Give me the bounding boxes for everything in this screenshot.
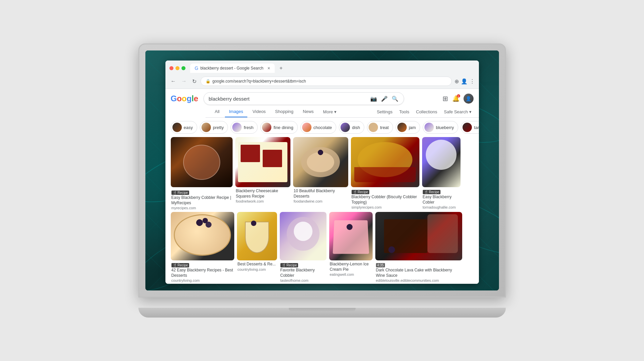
img-title-5: Easy Blackberry Cobler <box>423 195 460 205</box>
tab-images[interactable]: Images <box>225 106 247 117</box>
forward-icon[interactable]: → <box>180 77 188 86</box>
lock-icon: 🔒 <box>206 79 211 84</box>
chip-label-chocolate: chocolate <box>313 125 332 130</box>
img-title-r2-3: Favorite Blackberry Cobbler <box>280 268 326 278</box>
chip-chocolate[interactable]: chocolate <box>300 121 337 134</box>
chip-label-pretty: pretty <box>213 125 224 130</box>
nav-tabs-bar: All Images Videos Shopping News More ▾ S… <box>206 105 479 118</box>
extensions-icon[interactable]: ⊕ <box>455 78 459 85</box>
chip-finedining[interactable]: fine dining <box>260 121 297 134</box>
recipe-badge-1: 🍴 Recipe <box>171 189 232 195</box>
tab-news[interactable]: News <box>299 106 318 117</box>
img-title-4: Blackberry Cobbler (Biscuity Cobbler Top… <box>352 195 419 205</box>
mic-icon[interactable]: 🎤 <box>380 95 388 103</box>
img-title-r2-2: Best Desserts & Re... <box>238 262 276 267</box>
img-title-r2-4: Blackberry-Lemon Ice Cream Pie <box>330 262 372 272</box>
settings-btn[interactable]: Settings <box>375 107 394 117</box>
safe-search-btn[interactable]: Safe Search ▾ <box>442 107 473 117</box>
address-text: google.com/search?q=blackberry+dessert&t… <box>213 79 306 84</box>
grid-item-3[interactable]: 10 Beautiful Blackberry Desserts foodand… <box>293 137 348 210</box>
laptop-base <box>138 308 506 318</box>
close-dot[interactable] <box>169 66 173 70</box>
user-avatar[interactable]: 👤 <box>464 94 474 104</box>
chip-pretty[interactable]: pretty <box>200 121 228 134</box>
tab-title: blackberry dessert - Google Search <box>200 66 263 71</box>
apps-icon[interactable]: ⊞ <box>442 95 448 103</box>
browser-chrome: G blackberry dessert - Google Search × +… <box>165 61 479 89</box>
grid-item-r2-1[interactable]: 🍴 Recipe 42 Easy Blackberry Recipes - Be… <box>171 212 234 282</box>
img-source-r2-3: tasteofhome.com <box>280 278 326 282</box>
img-source-1: myrecipes.com <box>171 206 232 210</box>
laptop-body: G blackberry dessert - Google Search × +… <box>138 43 506 297</box>
chip-treat[interactable]: treat <box>367 121 393 134</box>
chip-label-finedining: fine dining <box>273 125 293 130</box>
grid-item-r2-5[interactable]: 4:35 Dark Chocolate Lava Cake with Black… <box>375 212 462 282</box>
img-title-3: 10 Beautiful Blackberry Desserts <box>294 189 348 199</box>
browser-window: G blackberry dessert - Google Search × +… <box>165 61 479 284</box>
tools-btn[interactable]: Tools <box>397 107 411 117</box>
chip-label-treat: treat <box>380 125 389 130</box>
image-grid-row3 <box>165 282 479 284</box>
maximize-dot[interactable] <box>181 66 185 70</box>
chip-dish[interactable]: dish <box>339 121 364 134</box>
img-source-r2-5: ediblelouisville.ediblecommunities.com <box>376 278 462 282</box>
notification-bell[interactable]: 🔔 1 <box>452 95 460 102</box>
notification-count: 1 <box>457 94 460 98</box>
screen-bezel: G blackberry dessert - Google Search × +… <box>145 50 499 290</box>
camera-icon[interactable]: 📷 <box>370 95 378 103</box>
chip-label-tart: tart <box>474 125 479 130</box>
chip-blueberry[interactable]: blueberry <box>423 121 458 134</box>
grid-item-4[interactable]: 🍴 Recipe Blackberry Cobbler (Biscuity Co… <box>351 137 419 210</box>
grid-item-5[interactable]: 🍴 Recipe Easy Blackberry Cobler tornadou… <box>422 137 461 210</box>
img-source-r2-2: countryliving.com <box>238 267 276 271</box>
refresh-icon[interactable]: ↻ <box>191 77 198 86</box>
tab-close-icon[interactable]: × <box>267 66 270 71</box>
chip-fresh[interactable]: fresh <box>231 121 258 134</box>
grid-item-r2-2[interactable]: Best Desserts & Re... countryliving.com <box>237 212 277 282</box>
search-text: blackberry dessert <box>209 96 367 102</box>
google-page: Google blackberry dessert 📷 🎤 🔍 ⊞ <box>165 89 479 284</box>
img-source-5: tornadoughallie.com <box>423 205 460 209</box>
chip-label-dish: dish <box>352 125 360 130</box>
image-grid-row1: 🍴 Recipe Easy Blackberry Cobbler Recipe … <box>165 137 479 210</box>
new-tab-button[interactable]: + <box>276 63 286 73</box>
tab-shopping[interactable]: Shopping <box>271 106 297 117</box>
image-grid-row2: 🍴 Recipe 42 Easy Blackberry Recipes - Be… <box>165 210 479 282</box>
chip-easy[interactable]: easy <box>171 121 197 134</box>
filter-chips-row: easy pretty fresh fine dining <box>165 118 479 137</box>
google-logo[interactable]: Google <box>171 94 199 103</box>
img-title-r2-5: Dark Chocolate Lava Cake with Blackberry… <box>376 268 462 278</box>
profile-icon[interactable]: 👤 <box>461 78 468 85</box>
grid-item-r2-4[interactable]: Blackberry-Lemon Ice Cream Pie eatingwel… <box>329 212 373 282</box>
chip-label-fresh: fresh <box>244 125 253 130</box>
chip-label-easy: easy <box>184 125 193 130</box>
img-title-1: Easy Blackberry Cobbler Recipe | MyRecip… <box>171 195 232 206</box>
img-title-2: Blackberry Cheesecake Squares Recipe <box>236 189 290 199</box>
laptop-notch <box>289 308 356 312</box>
grid-item-r2-3[interactable]: 🍴 Recipe Favorite Blackberry Cobbler tas… <box>280 212 327 282</box>
back-icon[interactable]: ← <box>169 77 177 86</box>
tab-videos[interactable]: Videos <box>249 106 270 117</box>
search-submit-icon[interactable]: 🔍 <box>391 95 399 103</box>
img-source-2: foodnetwork.com <box>236 199 290 203</box>
google-header: Google blackberry dessert 📷 🎤 🔍 ⊞ <box>165 89 479 105</box>
minimize-dot[interactable] <box>175 66 179 70</box>
menu-icon[interactable]: ⋮ <box>470 78 475 85</box>
search-bar-wrapper: blackberry dessert 📷 🎤 🔍 <box>204 92 404 105</box>
tab-all[interactable]: All <box>211 106 224 117</box>
chip-tart[interactable]: tart <box>461 121 479 134</box>
header-right: ⊞ 🔔 1 👤 <box>442 94 474 104</box>
img-title-r2-1: 42 Easy Blackberry Recipes - Best Desser… <box>171 268 234 278</box>
laptop-container: G blackberry dessert - Google Search × +… <box>138 43 506 318</box>
tab-more[interactable]: More ▾ <box>319 107 341 117</box>
grid-item-2[interactable]: Blackberry Cheesecake Squares Recipe foo… <box>235 137 290 210</box>
img-source-3: foodandwine.com <box>294 199 348 203</box>
search-bar[interactable]: blackberry dessert 📷 🎤 🔍 <box>204 92 404 105</box>
address-bar[interactable]: 🔒 google.com/search?q=blackberry+dessert… <box>201 77 452 86</box>
browser-tab[interactable]: G blackberry dessert - Google Search × <box>190 64 275 73</box>
collections-btn[interactable]: Collections <box>414 107 439 117</box>
img-source-r2-4: eatingwell.com <box>330 272 372 276</box>
img-source-4: simplyrecipes.com <box>352 205 419 209</box>
chip-jam[interactable]: jam <box>396 121 420 134</box>
grid-item-1[interactable]: 🍴 Recipe Easy Blackberry Cobbler Recipe … <box>171 137 233 210</box>
